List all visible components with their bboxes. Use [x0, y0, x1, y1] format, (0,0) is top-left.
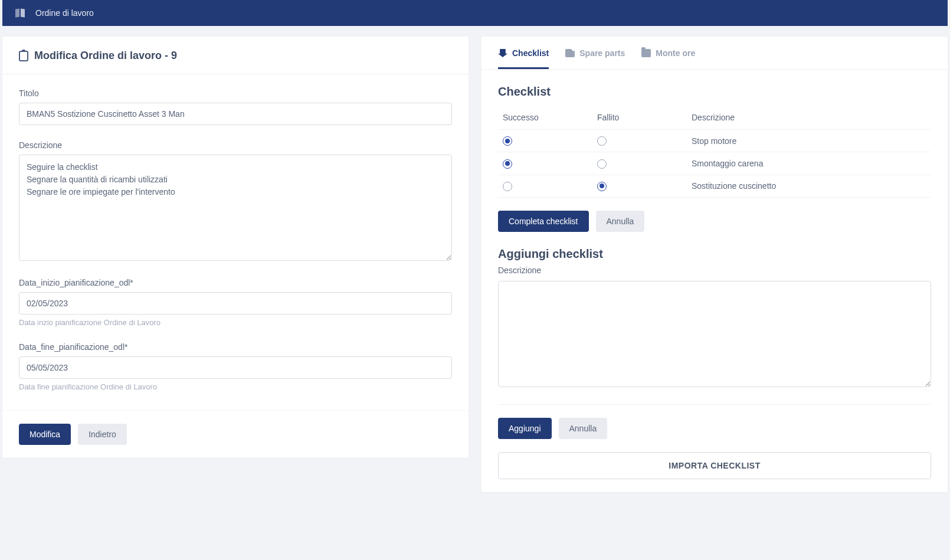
checklist-row: Smontaggio carena — [498, 152, 931, 175]
left-panel-footer: Modifica Indietro — [2, 410, 469, 458]
import-area: IMPORTA CHECKLIST — [481, 452, 948, 492]
folder-icon — [641, 49, 651, 57]
checklist-panel: Checklist Spare parts Monte ore Checklis… — [481, 37, 948, 492]
panel-header: Modifica Ordine di lavoro - 9 — [2, 37, 469, 74]
modifica-button[interactable]: Modifica — [19, 424, 71, 445]
checklist-heading: Checklist — [498, 85, 931, 99]
add-checklist-section: Aggiungi checklist Descrizione — [481, 247, 948, 404]
clipboard-icon — [19, 51, 28, 61]
field-titolo: Titolo — [19, 89, 452, 125]
checklist-row: Sostituzione cuscinetto — [498, 175, 931, 197]
add-annulla-button[interactable]: Annulla — [559, 418, 608, 439]
add-desc-label: Descrizione — [498, 266, 931, 275]
tab-monte-ore[interactable]: Monte ore — [641, 48, 695, 69]
importa-checklist-button[interactable]: IMPORTA CHECKLIST — [498, 452, 931, 479]
fallito-radio[interactable] — [597, 136, 607, 146]
titolo-label: Titolo — [19, 89, 452, 98]
tab-spare-parts-label: Spare parts — [579, 48, 625, 58]
checklist-actions: Completa checklist Annulla — [498, 211, 931, 247]
topbar-title: Ordine di lavoro — [35, 8, 94, 18]
page-title: Modifica Ordine di lavoro - 9 — [34, 50, 177, 62]
edit-work-order-panel: Modifica Ordine di lavoro - 9 Titolo Des… — [2, 37, 469, 458]
descrizione-textarea[interactable] — [19, 155, 452, 261]
add-checklist-heading: Aggiungi checklist — [498, 247, 931, 261]
successo-radio[interactable] — [503, 182, 512, 191]
pin-icon — [498, 49, 507, 57]
field-descrizione: Descrizione — [19, 140, 452, 263]
checklist-row-desc: Smontaggio carena — [687, 152, 931, 175]
topbar: Ordine di lavoro — [2, 0, 948, 26]
data-inizio-label: Data_inizio_pianificazione_odl* — [19, 278, 452, 287]
col-fallito: Fallito — [592, 108, 687, 130]
titolo-input[interactable] — [19, 103, 452, 125]
completa-checklist-button[interactable]: Completa checklist — [498, 211, 589, 232]
tab-spare-parts[interactable]: Spare parts — [565, 48, 625, 69]
field-data-fine: Data_fine_pianificazione_odl* Data fine … — [19, 342, 452, 391]
data-inizio-help: Data inzio pianificazione Ordine di Lavo… — [19, 318, 452, 327]
add-checklist-actions: Aggiungi Annulla — [481, 405, 948, 452]
book-icon — [15, 8, 26, 18]
successo-radio[interactable] — [503, 159, 512, 169]
main-layout: Modifica Ordine di lavoro - 9 Titolo Des… — [0, 26, 950, 494]
checklist-section: Checklist Successo Fallito Descrizione S… — [481, 70, 948, 247]
checklist-row-desc: Sostituzione cuscinetto — [687, 175, 931, 197]
indietro-button[interactable]: Indietro — [78, 424, 127, 445]
data-fine-label: Data_fine_pianificazione_odl* — [19, 342, 452, 352]
checklist-row-desc: Stop motore — [687, 130, 931, 152]
tab-monte-ore-label: Monte ore — [656, 48, 695, 58]
tab-checklist-label: Checklist — [512, 48, 549, 58]
col-descrizione: Descrizione — [687, 108, 931, 130]
file-icon — [565, 49, 575, 57]
fallito-radio[interactable] — [597, 182, 607, 191]
successo-radio[interactable] — [503, 136, 512, 146]
data-fine-help: Data fine pianificazione Ordine di Lavor… — [19, 382, 452, 391]
checklist-annulla-button[interactable]: Annulla — [596, 211, 645, 232]
add-desc-textarea[interactable] — [498, 281, 931, 387]
field-data-inizio: Data_inizio_pianificazione_odl* Data inz… — [19, 278, 452, 327]
descrizione-label: Descrizione — [19, 140, 452, 150]
tab-checklist[interactable]: Checklist — [498, 48, 549, 69]
col-successo: Successo — [498, 108, 592, 130]
fallito-radio[interactable] — [597, 159, 607, 169]
checklist-table: Successo Fallito Descrizione Stop motore… — [498, 108, 931, 198]
form-body: Titolo Descrizione Data_inizio_pianifica… — [2, 74, 469, 410]
aggiungi-button[interactable]: Aggiungi — [498, 418, 552, 439]
data-fine-input[interactable] — [19, 356, 452, 379]
data-inizio-input[interactable] — [19, 292, 452, 315]
tab-bar: Checklist Spare parts Monte ore — [481, 37, 948, 70]
checklist-row: Stop motore — [498, 130, 931, 152]
